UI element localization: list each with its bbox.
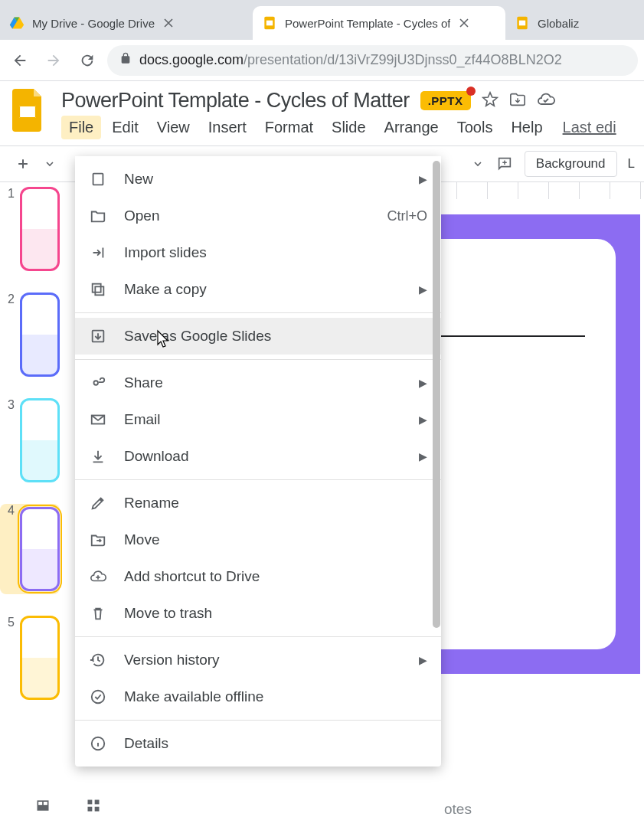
menu-file[interactable]: File [61, 116, 101, 139]
thumbnail-1[interactable]: 1 [0, 187, 60, 271]
document-title[interactable]: PowerPoint Template - Cycles of Matter [61, 89, 410, 113]
layout-label-truncated[interactable]: L [623, 156, 635, 172]
file-menu-move[interactable]: Move [75, 521, 441, 558]
file-menu-download[interactable]: Download▶ [75, 438, 441, 475]
close-icon[interactable] [458, 17, 470, 29]
file-menu-dropdown: New▶ OpenCtrl+O Import slides Make a cop… [75, 156, 441, 767]
file-menu-email[interactable]: Email▶ [75, 401, 441, 438]
new-slide-dropdown[interactable] [43, 150, 57, 178]
submenu-arrow-icon: ▶ [419, 414, 427, 426]
cursor-icon [155, 329, 172, 354]
forward-button[interactable] [40, 47, 67, 74]
menu-format[interactable]: Format [257, 116, 321, 139]
url-path: /presentation/d/13iVrZ99jU3Djnss0_zf44O8… [244, 52, 562, 67]
last-edit-link[interactable]: Last edi [563, 119, 616, 136]
file-menu-share[interactable]: Share▶ [75, 364, 441, 401]
paint-dropdown[interactable] [471, 150, 485, 178]
menu-item-label: Email [124, 411, 161, 428]
svg-rect-23 [95, 807, 100, 812]
file-menu-history[interactable]: Version history▶ [75, 642, 441, 678]
menu-separator [75, 312, 441, 313]
tab-title: My Drive - Google Drive [32, 17, 155, 30]
trash-icon [89, 605, 107, 622]
share-icon [89, 374, 107, 391]
new-slide-button[interactable] [9, 150, 37, 178]
url-field[interactable]: docs.google.com/presentation/d/13iVrZ99j… [107, 45, 638, 76]
menu-item-label: Share [124, 374, 163, 391]
menu-separator [75, 720, 441, 721]
download-icon [89, 448, 107, 465]
file-menu-new[interactable]: New▶ [75, 161, 441, 198]
svg-rect-20 [88, 800, 93, 805]
reload-button[interactable] [74, 47, 101, 74]
svg-point-15 [92, 691, 105, 704]
submenu-arrow-icon: ▶ [419, 283, 427, 296]
svg-point-13 [94, 381, 99, 385]
address-bar: docs.google.com/presentation/d/13iVrZ99j… [0, 40, 644, 81]
open-icon [89, 208, 107, 224]
file-menu-rename[interactable]: Rename [75, 485, 441, 521]
submenu-arrow-icon: ▶ [419, 450, 427, 463]
thumbnail-4[interactable]: 4 [0, 504, 60, 594]
tab-title: PowerPoint Template - Cycles of [285, 17, 450, 30]
menu-item-label: Move [124, 531, 159, 548]
menu-tools[interactable]: Tools [449, 116, 501, 139]
grid-view-icon[interactable] [86, 798, 101, 816]
back-button[interactable] [6, 47, 34, 74]
close-icon[interactable] [162, 17, 175, 29]
tab-title: Globaliz [538, 17, 579, 30]
menu-item-label: New [124, 171, 153, 188]
copy-icon [89, 281, 107, 298]
file-menu-save[interactable]: Save as Google Slides [75, 318, 441, 355]
shortcut-icon [89, 568, 107, 585]
file-menu-details[interactable]: Details [75, 725, 441, 762]
menu-arrange[interactable]: Arrange [377, 116, 446, 139]
view-mode-icons [35, 798, 101, 816]
filmstrip-view-icon[interactable] [35, 798, 51, 816]
background-button[interactable]: Background [525, 151, 617, 177]
menu-separator [75, 359, 441, 360]
slides-icon [515, 15, 530, 31]
thumbnail-3[interactable]: 3 [0, 398, 60, 482]
file-menu-import[interactable]: Import slides [75, 234, 441, 271]
file-menu-copy[interactable]: Make a copy▶ [75, 271, 441, 308]
menu-slide[interactable]: Slide [324, 116, 373, 139]
browser-tab[interactable]: Globaliz [505, 6, 590, 40]
menu-item-label: Open [124, 208, 159, 224]
menu-edit[interactable]: Edit [104, 116, 145, 139]
menubar: File Edit View Insert Format Slide Arran… [61, 116, 632, 139]
lock-icon [119, 52, 132, 68]
save-icon [89, 328, 107, 345]
menu-insert[interactable]: Insert [201, 116, 254, 139]
browser-tab[interactable]: PowerPoint Template - Cycles of [253, 6, 505, 40]
menu-item-label: Add shortcut to Drive [124, 568, 260, 585]
menu-item-label: Save as Google Slides [124, 328, 271, 345]
submenu-arrow-icon: ▶ [419, 654, 427, 666]
menu-view[interactable]: View [149, 116, 198, 139]
thumbnail-2[interactable]: 2 [0, 293, 60, 377]
menu-scrollbar[interactable] [432, 156, 441, 646]
comment-button[interactable] [491, 150, 518, 178]
svg-rect-18 [38, 802, 42, 805]
history-icon [89, 652, 107, 668]
file-menu-shortcut[interactable]: Add shortcut to Drive [75, 558, 441, 595]
pptx-badge[interactable]: .PPTX [420, 91, 471, 110]
menu-item-label: Rename [124, 495, 179, 512]
star-icon[interactable] [482, 91, 499, 111]
browser-tab[interactable]: My Drive - Google Drive [0, 6, 253, 40]
svg-rect-22 [88, 807, 93, 812]
email-icon [89, 411, 107, 428]
offline-icon [89, 688, 107, 705]
file-menu-trash[interactable]: Move to trash [75, 595, 441, 632]
thumbnail-5[interactable]: 5 [0, 616, 60, 700]
slides-logo[interactable] [12, 89, 49, 136]
speaker-notes-hint[interactable]: otes [444, 801, 472, 818]
menu-separator [75, 636, 441, 637]
file-menu-open[interactable]: OpenCtrl+O [75, 198, 441, 234]
svg-rect-21 [95, 800, 100, 805]
file-menu-offline[interactable]: Make available offline [75, 678, 441, 715]
move-icon [89, 531, 107, 548]
cloud-status-icon[interactable] [537, 90, 555, 112]
menu-help[interactable]: Help [503, 116, 550, 139]
move-to-folder-icon[interactable] [509, 91, 526, 111]
